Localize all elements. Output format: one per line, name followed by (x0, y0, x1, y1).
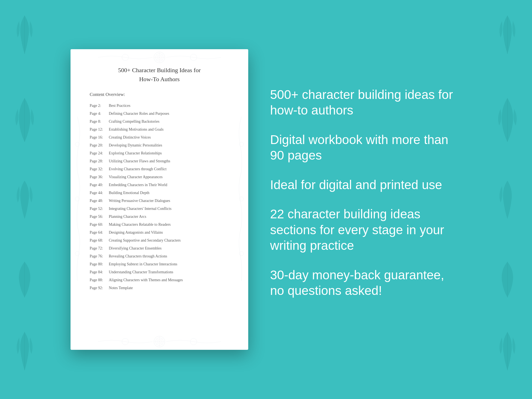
doc-decoration-bottom (71, 333, 248, 350)
toc-title: Creating Supportive and Secondary Charac… (109, 238, 181, 242)
feature-item: 30-day money-back guarantee, no question… (270, 267, 461, 299)
toc-title: Building Emotional Depth (109, 191, 150, 195)
svg-point-16 (239, 142, 244, 146)
toc-item: Page 92:Notes Template (90, 284, 229, 292)
toc-page-num: Page 12: (90, 127, 109, 132)
toc-page-num: Page 68: (90, 237, 109, 243)
toc-page-num: Page 8: (90, 119, 109, 124)
toc-title: Visualizing Character Appearances (109, 175, 163, 179)
toc-title: Making Characters Relatable to Readers (109, 222, 171, 227)
toc-title: Embedding Characters in Their World (109, 183, 167, 187)
toc-title: Establishing Motivations and Goals (109, 127, 163, 131)
main-container: 500+ Character Building Ideas for How-To… (34, 38, 498, 361)
toc-page-num: Page 36: (90, 174, 109, 180)
toc-title: Understanding Character Transformations (109, 270, 173, 274)
toc-page-num: Page 80: (90, 261, 109, 267)
toc-item: Page 16:Creating Distinctive Voices (90, 133, 229, 141)
floral-leaf-3 (14, 178, 36, 235)
toc-list: Page 2:Best PracticesPage 4:Defining Cha… (90, 102, 229, 292)
toc-page-num: Page 40: (90, 182, 109, 188)
feature-item: Digital workbook with more than 90 pages (270, 132, 461, 163)
doc-side-right (236, 117, 247, 282)
toc-item: Page 8:Crafting Compelling Backstories (90, 118, 229, 125)
toc-item: Page 4:Defining Character Roles and Purp… (90, 110, 229, 118)
toc-item: Page 64:Designing Antagonists and Villai… (90, 228, 229, 236)
feature-item: Ideal for digital and printed use (270, 177, 461, 193)
toc-title: Aligning Characters with Themes and Mess… (109, 278, 183, 282)
toc-page-num: Page 52: (90, 206, 109, 212)
feature-text: Ideal for digital and printed use (270, 177, 461, 193)
toc-item: Page 76:Revealing Characters through Act… (90, 252, 229, 260)
feature-item: 500+ character building ideas for how-to… (270, 87, 461, 118)
toc-page-num: Page 60: (90, 222, 109, 227)
document-title: 500+ Character Building Ideas for How-To… (90, 66, 229, 84)
feature-text: 30-day money-back guarantee, no question… (270, 267, 461, 299)
toc-title: Planning Character Arcs (109, 215, 146, 219)
toc-item: Page 72:Diversifying Character Ensembles (90, 244, 229, 252)
document-preview: 500+ Character Building Ideas for How-To… (71, 49, 248, 350)
toc-item: Page 88:Aligning Characters with Themes … (90, 276, 229, 284)
toc-page-num: Page 84: (90, 269, 109, 275)
toc-item: Page 20:Developing Dynamic Personalities (90, 141, 229, 149)
svg-point-13 (75, 142, 80, 146)
toc-title: Utilizing Character Flaws and Strengths (109, 159, 170, 163)
toc-page-num: Page 64: (90, 230, 109, 235)
toc-item: Page 60:Making Characters Relatable to R… (90, 221, 229, 228)
toc-item: Page 12:Establishing Motivations and Goa… (90, 125, 229, 133)
floral-decoration-right (483, 0, 532, 399)
toc-page-num: Page 76: (90, 253, 109, 259)
toc-item: Page 2:Best Practices (90, 102, 229, 110)
toc-page-num: Page 16: (90, 134, 109, 140)
toc-title: Revealing Characters through Actions (109, 254, 167, 258)
toc-item: Page 36:Visualizing Character Appearance… (90, 173, 229, 181)
floral-leaf-5 (14, 329, 36, 386)
floral-leaf-2 (14, 95, 36, 152)
toc-title: Exploring Character Relationships (109, 151, 162, 155)
toc-item: Page 28:Utilizing Character Flaws and St… (90, 157, 229, 165)
toc-item: Page 84:Understanding Character Transfor… (90, 268, 229, 276)
toc-page-num: Page 44: (90, 190, 109, 196)
toc-page-num: Page 72: (90, 245, 109, 251)
doc-decoration-top (71, 49, 248, 66)
toc-title: Notes Template (109, 286, 133, 290)
toc-page-num: Page 28: (90, 158, 109, 164)
toc-item: Page 68:Creating Supportive and Secondar… (90, 236, 229, 244)
toc-page-num: Page 92: (90, 285, 109, 291)
svg-point-17 (239, 197, 244, 201)
svg-point-14 (75, 197, 80, 201)
toc-title: Employing Subtext in Character Interacti… (109, 262, 177, 266)
floral-leaf-r4 (496, 260, 518, 304)
doc-side-left (72, 117, 83, 282)
toc-item: Page 44:Building Emotional Depth (90, 189, 229, 197)
toc-page-num: Page 32: (90, 166, 109, 172)
toc-title: Crafting Compelling Backstories (109, 119, 159, 124)
feature-text: 500+ character building ideas for how-to… (270, 87, 461, 118)
toc-item: Page 56:Planning Character Arcs (90, 213, 229, 221)
floral-decoration-left (0, 0, 49, 399)
toc-title: Evolving Characters through Conflict (109, 167, 166, 171)
svg-point-18 (239, 251, 244, 256)
floral-leaf-r3 (496, 178, 518, 235)
toc-page-num: Page 88: (90, 277, 109, 283)
feature-text: 22 character building ideas sections for… (270, 206, 461, 254)
floral-leaf-r2 (496, 95, 518, 152)
toc-title: Best Practices (109, 104, 130, 108)
toc-title: Defining Character Roles and Purposes (109, 112, 169, 116)
toc-page-num: Page 56: (90, 214, 109, 219)
content-overview-label: Content Overview: (90, 92, 229, 97)
toc-page-num: Page 24: (90, 150, 109, 156)
toc-item: Page 52:Integrating Characters' Internal… (90, 205, 229, 213)
toc-title: Writing Persuasive Character Dialogues (109, 199, 170, 203)
toc-page-num: Page 48: (90, 198, 109, 204)
floral-leaf-r1 (496, 13, 518, 70)
toc-title: Integrating Characters' Internal Conflic… (109, 207, 171, 211)
toc-title: Designing Antagonists and Villains (109, 230, 163, 234)
floral-leaf-4 (14, 260, 36, 304)
toc-item: Page 48:Writing Persuasive Character Dia… (90, 197, 229, 205)
feature-item: 22 character building ideas sections for… (270, 206, 461, 254)
features-panel: 500+ character building ideas for how-to… (270, 81, 461, 318)
floral-leaf-r5 (496, 329, 518, 386)
floral-leaf (14, 13, 36, 70)
toc-title: Creating Distinctive Voices (109, 135, 151, 139)
toc-title: Diversifying Character Ensembles (109, 246, 162, 250)
